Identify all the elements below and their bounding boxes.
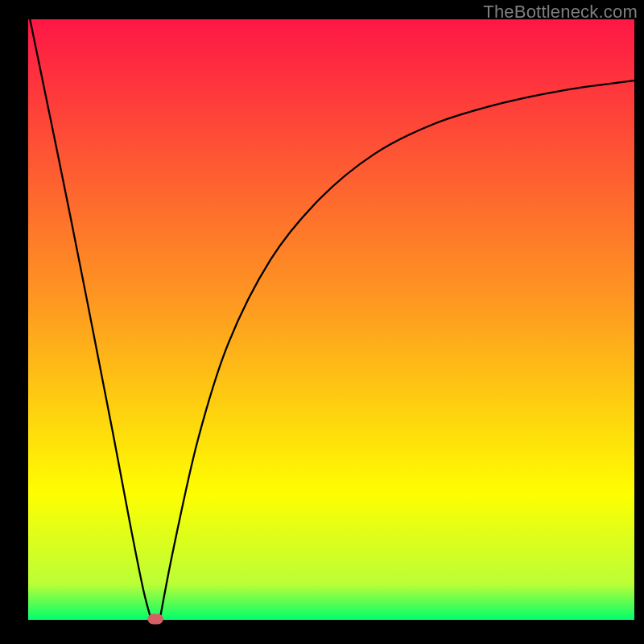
chart-canvas: [0, 0, 644, 644]
watermark-text: TheBottleneck.com: [483, 2, 638, 23]
chart-background-gradient: [28, 19, 634, 620]
optimum-marker: [147, 614, 163, 625]
chart-frame: TheBottleneck.com: [0, 0, 644, 644]
